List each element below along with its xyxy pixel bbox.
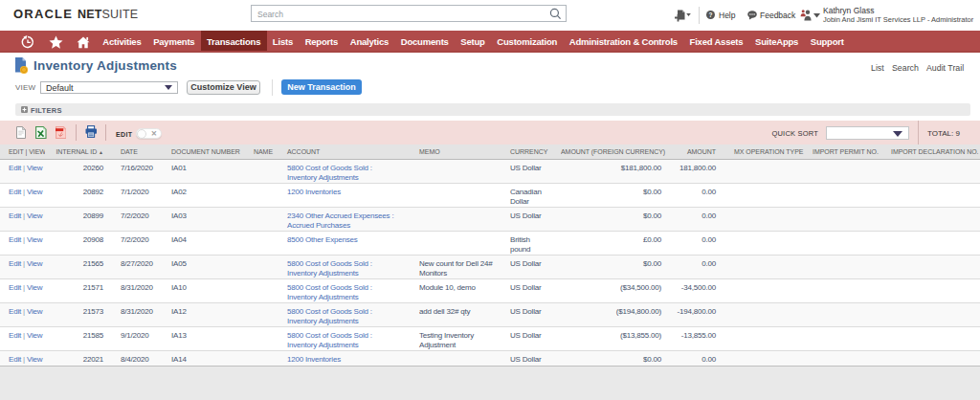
svg-text:?: ? xyxy=(709,11,713,18)
